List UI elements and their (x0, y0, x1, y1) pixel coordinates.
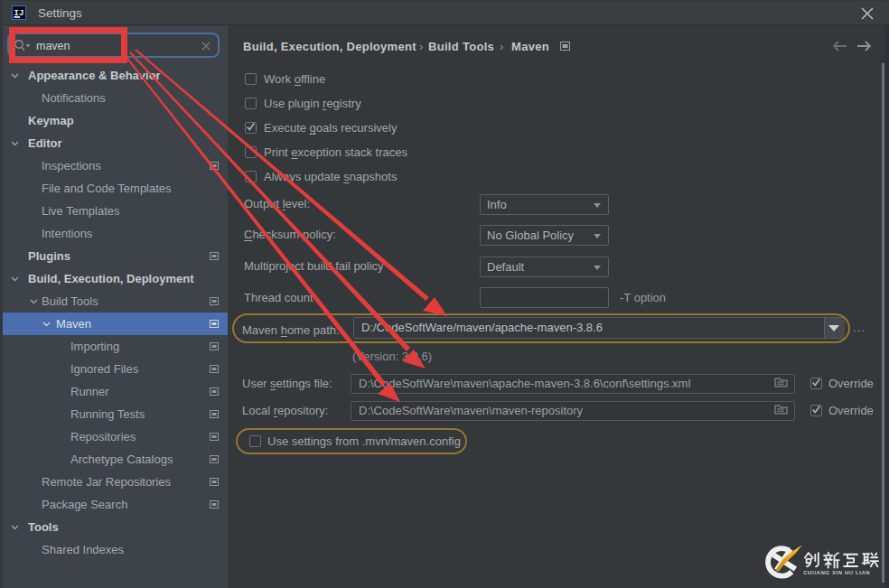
svg-text:CHUANG XIN HU LIAN: CHUANG XIN HU LIAN (803, 570, 870, 575)
